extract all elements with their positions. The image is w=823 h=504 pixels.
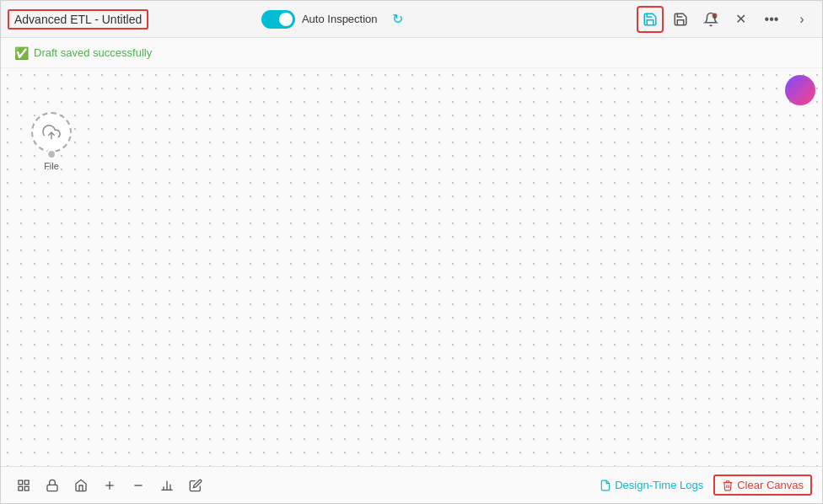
title-bar: Advanced ETL - Untitled Auto Inspection … <box>1 1 822 38</box>
status-bar: ✅ Draft saved successfully <box>1 38 822 68</box>
bell-button[interactable]: 1 <box>697 6 724 33</box>
bottom-toolbar: Design-Time Logs Clear Canvas <box>1 466 822 503</box>
file-icon <box>600 480 611 491</box>
status-icon: ✅ <box>14 46 29 60</box>
node-connector <box>46 149 56 159</box>
file-node[interactable]: File <box>31 112 72 171</box>
toolbar-left <box>11 473 208 498</box>
upload-cloud-icon <box>42 123 61 142</box>
edit-button[interactable] <box>183 473 208 498</box>
clear-canvas-button[interactable]: Clear Canvas <box>713 475 812 496</box>
node-label: File <box>44 161 59 171</box>
svg-rect-4 <box>24 480 29 485</box>
svg-rect-6 <box>19 486 23 491</box>
close-button[interactable]: ✕ <box>728 6 755 33</box>
toolbar-right: Design-Time Logs Clear Canvas <box>600 475 812 496</box>
zoom-out-button[interactable] <box>126 473 151 498</box>
lock-button[interactable] <box>40 473 65 498</box>
auto-inspection-toggle[interactable] <box>261 10 295 29</box>
grid-button[interactable] <box>11 473 36 498</box>
title-bar-actions: 1 ✕ ••• › <box>637 6 815 33</box>
save-highlighted-button[interactable] <box>637 6 664 33</box>
home-button[interactable] <box>68 473 94 498</box>
clear-canvas-label: Clear Canvas <box>737 479 804 491</box>
canvas-area[interactable]: File <box>1 68 822 466</box>
status-text: Draft saved successfully <box>34 46 152 59</box>
window-title: Advanced ETL - Untitled <box>8 9 148 29</box>
svg-rect-3 <box>19 480 23 485</box>
next-button[interactable]: › <box>788 6 815 33</box>
chart-button[interactable] <box>154 473 180 498</box>
auto-inspection-label: Auto Inspection <box>302 13 378 25</box>
node-icon-wrapper <box>31 112 72 153</box>
zoom-in-button[interactable] <box>97 473 122 498</box>
save-alt-button[interactable] <box>667 6 694 33</box>
svg-rect-7 <box>47 485 57 491</box>
avatar <box>785 75 815 105</box>
auto-inspection-group: Auto Inspection ↻ <box>261 6 412 33</box>
svg-rect-5 <box>24 486 29 491</box>
trash-icon <box>722 480 734 491</box>
more-button[interactable]: ••• <box>758 6 785 33</box>
refresh-button[interactable]: ↻ <box>385 6 412 33</box>
design-time-logs-button[interactable]: Design-Time Logs <box>600 479 703 491</box>
app-window: Advanced ETL - Untitled Auto Inspection … <box>0 0 823 504</box>
design-time-logs-label: Design-Time Logs <box>615 479 703 491</box>
